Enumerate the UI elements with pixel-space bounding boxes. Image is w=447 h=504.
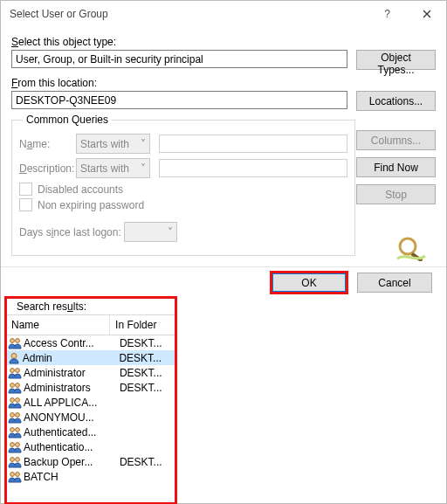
- svg-point-3: [16, 338, 20, 342]
- svg-point-10: [16, 397, 20, 402]
- result-folder: DESKT...: [119, 352, 175, 364]
- list-item[interactable]: ALL APPLICA...: [6, 395, 175, 410]
- svg-point-18: [16, 457, 20, 461]
- column-header-folder[interactable]: In Folder: [110, 315, 175, 335]
- svg-point-0: [400, 238, 416, 254]
- stop-button: Stop: [356, 184, 436, 204]
- common-queries-legend: Common Queries: [23, 114, 112, 126]
- svg-point-15: [10, 442, 15, 446]
- svg-point-12: [16, 412, 20, 417]
- svg-point-13: [10, 427, 15, 432]
- object-type-label: SSelect this object type:elect this obje…: [11, 36, 436, 48]
- search-results-panel: Search results: Name In Folder Access Co…: [6, 298, 175, 503]
- svg-point-4: [11, 353, 17, 358]
- chevron-down-icon: ˅: [141, 138, 146, 150]
- svg-point-5: [10, 368, 15, 372]
- svg-point-19: [10, 472, 15, 476]
- result-folder: DESKT...: [120, 382, 175, 394]
- group-icon: [8, 337, 22, 349]
- search-animation-icon: [395, 237, 427, 261]
- group-icon: [8, 367, 22, 379]
- group-icon: [8, 382, 22, 394]
- group-icon: [8, 411, 22, 424]
- group-icon: [8, 456, 22, 468]
- result-name: Administrators: [24, 382, 120, 394]
- svg-point-14: [16, 427, 20, 432]
- result-name: ANONYMOU...: [24, 411, 120, 424]
- close-icon: [423, 10, 431, 18]
- columns-button: Columns...: [356, 130, 436, 150]
- days-since-label: Days since last logon:: [19, 226, 124, 238]
- object-types-button[interactable]: Object Types...: [356, 50, 436, 70]
- name-filter-mode: Starts with˅: [76, 134, 150, 154]
- description-filter-label: Description:: [19, 162, 76, 175]
- svg-point-11: [10, 412, 15, 417]
- column-header-name[interactable]: Name: [6, 315, 110, 335]
- chevron-down-icon: ˅: [168, 226, 173, 238]
- cancel-button[interactable]: Cancel: [357, 273, 432, 293]
- svg-point-20: [16, 472, 20, 476]
- list-item[interactable]: Authenticatio...: [6, 439, 175, 454]
- help-button[interactable]: ?: [368, 1, 407, 27]
- titlebar: Select User or Group ?: [1, 1, 446, 27]
- location-field[interactable]: [11, 91, 347, 109]
- find-now-button[interactable]: Find Now: [356, 157, 436, 177]
- description-filter-input[interactable]: [159, 159, 347, 177]
- location-label: From this location:: [11, 77, 436, 89]
- search-results-label: Search results:: [6, 300, 175, 314]
- group-icon: [8, 426, 22, 438]
- svg-point-6: [16, 368, 20, 372]
- window-title: Select User or Group: [10, 8, 108, 20]
- list-item[interactable]: Authenticated...: [6, 425, 175, 439]
- result-name: BATCH: [24, 471, 120, 483]
- group-icon: [8, 441, 22, 453]
- list-item[interactable]: ANONYMOU...: [6, 410, 175, 425]
- result-folder: DESKT...: [120, 456, 175, 468]
- result-name: Access Contr...: [24, 337, 120, 349]
- disabled-accounts-checkbox: Disabled accounts: [19, 183, 347, 196]
- svg-point-2: [10, 338, 15, 342]
- result-name: Backup Oper...: [24, 456, 120, 468]
- user-icon: [8, 352, 21, 364]
- list-item[interactable]: AdministratorDESKT...: [6, 365, 175, 380]
- svg-point-17: [10, 457, 15, 461]
- result-name: Authenticated...: [24, 426, 120, 438]
- object-type-field[interactable]: [11, 50, 347, 68]
- result-name: Admin: [23, 352, 120, 364]
- name-filter-label: Name:: [19, 138, 76, 150]
- name-filter-input[interactable]: [159, 135, 347, 153]
- checkbox-icon: [19, 183, 32, 196]
- list-item[interactable]: AdminDESKT...: [6, 350, 175, 365]
- result-name: ALL APPLICA...: [24, 397, 120, 409]
- description-filter-mode: Starts with˅: [76, 158, 150, 178]
- svg-point-9: [10, 397, 15, 402]
- locations-button[interactable]: Locations...: [356, 91, 436, 111]
- result-folder: DESKT...: [120, 367, 175, 379]
- list-item[interactable]: Access Contr...DESKT...: [6, 335, 175, 350]
- svg-point-8: [16, 383, 20, 387]
- close-button[interactable]: [407, 1, 446, 27]
- result-folder: DESKT...: [120, 337, 175, 349]
- select-user-group-dialog: Select User or Group ? SSelect this obje…: [0, 0, 447, 504]
- common-queries-group: Common Queries Name: Starts with˅ Descri…: [11, 120, 355, 256]
- list-item[interactable]: BATCH: [6, 469, 175, 484]
- non-expiring-password-checkbox: Non expiring password: [19, 198, 347, 211]
- result-name: Authenticatio...: [24, 441, 120, 453]
- svg-point-7: [10, 383, 15, 387]
- list-item[interactable]: AdministratorsDESKT...: [6, 380, 175, 395]
- results-list[interactable]: Access Contr...DESKT...AdminDESKT...Admi…: [6, 335, 175, 494]
- days-since-select: ˅: [124, 222, 177, 242]
- ok-button[interactable]: OK: [272, 273, 347, 293]
- results-header: Name In Folder: [6, 314, 175, 335]
- svg-point-16: [16, 442, 20, 446]
- list-item[interactable]: Backup Oper...DESKT...: [6, 454, 175, 469]
- chevron-down-icon: ˅: [141, 162, 146, 175]
- group-icon: [8, 471, 22, 483]
- result-name: Administrator: [24, 367, 120, 379]
- checkbox-icon: [19, 198, 32, 211]
- group-icon: [8, 397, 22, 409]
